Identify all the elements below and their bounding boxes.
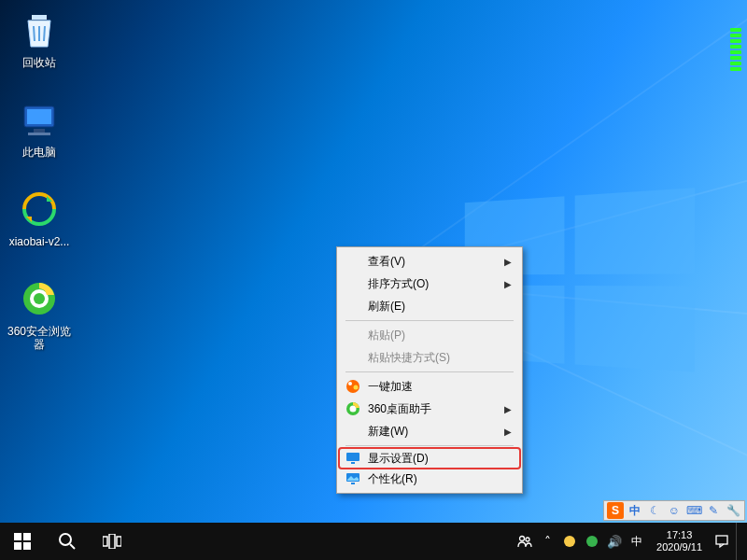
ctx-refresh[interactable]: 刷新(E) (340, 295, 519, 317)
desktop-icon-360-browser[interactable]: 360安全浏览器 (4, 276, 75, 352)
svg-rect-22 (23, 542, 31, 550)
desktop-icon-label: 360安全浏览器 (4, 325, 75, 352)
svg-rect-20 (23, 533, 31, 540)
system-tray: ˄ 🔊 中 17:13 2020/9/11 (516, 523, 747, 560)
svg-rect-2 (27, 109, 51, 124)
sogou-logo-icon[interactable]: S (607, 502, 624, 519)
search-button[interactable] (45, 523, 90, 560)
chevron-right-icon: ▶ (504, 257, 512, 267)
ime-bar[interactable]: S 中 ☾ ☺ ⌨ ✎ 🔧 (603, 500, 745, 521)
desktop-icon-this-pc[interactable]: 此电脑 (4, 97, 75, 159)
svg-rect-15 (346, 453, 359, 461)
download-icon (17, 187, 62, 231)
tray-ime-indicator[interactable]: 中 (628, 533, 645, 550)
tray-status-yellow-icon[interactable] (561, 533, 578, 550)
rocket-icon (344, 377, 362, 396)
svg-rect-27 (117, 537, 121, 546)
desktop-icon-label: xiaobai-v2... (4, 235, 75, 248)
ime-lang-button[interactable]: 中 (627, 502, 643, 519)
svg-rect-3 (34, 129, 45, 133)
ctx-new[interactable]: 新建(W)▶ (340, 420, 519, 442)
tray-date: 2020/9/11 (656, 541, 702, 553)
ime-moon-icon[interactable]: ☾ (646, 502, 663, 519)
svg-point-23 (60, 534, 71, 545)
svg-point-29 (526, 538, 529, 541)
search-icon (58, 532, 77, 551)
desktop-icon-xiaobai[interactable]: xiaobai-v2... (4, 187, 75, 248)
svg-point-14 (350, 406, 357, 413)
360-browser-icon (17, 276, 62, 321)
ctx-personalize[interactable]: 个性化(R) (340, 468, 519, 490)
tray-chevron-up-icon[interactable]: ˄ (539, 533, 556, 550)
svg-rect-0 (32, 15, 47, 20)
pc-icon (17, 97, 62, 142)
recycle-bin-icon (17, 7, 62, 52)
desktop-icon-label: 回收站 (4, 56, 75, 69)
chevron-right-icon: ▶ (504, 427, 512, 437)
ctx-paste: 粘贴(P) (340, 324, 519, 346)
ctx-label: 查看(V) (368, 254, 405, 270)
desktop-context-menu: 查看(V)▶ 排序方式(O)▶ 刷新(E) 粘贴(P) 粘贴快捷方式(S) 一键… (336, 246, 523, 494)
svg-point-28 (520, 537, 525, 541)
svg-point-12 (354, 385, 359, 390)
ime-pen-icon[interactable]: ✎ (705, 502, 722, 519)
svg-rect-16 (351, 462, 355, 464)
ime-keyboard-icon[interactable]: ⌨ (685, 502, 702, 519)
chevron-right-icon: ▶ (504, 404, 512, 414)
svg-rect-4 (28, 133, 50, 135)
personalize-icon (344, 469, 362, 488)
ctx-label: 个性化(R) (368, 471, 417, 487)
windows-logo-icon (14, 533, 31, 550)
ctx-label: 刷新(E) (368, 299, 405, 315)
desktop[interactable]: 回收站 此电脑 xiaobai-v2... 360安全浏览器 查看(V)▶ 排序… (0, 0, 747, 560)
ctx-360-helper[interactable]: 360桌面助手▶ (340, 398, 519, 420)
desktop-icon-label: 此电脑 (4, 146, 75, 159)
task-view-button[interactable] (90, 523, 134, 560)
svg-rect-30 (716, 536, 727, 544)
task-view-icon (103, 534, 121, 549)
start-button[interactable] (0, 523, 45, 560)
ctx-label: 排序方式(O) (368, 276, 429, 292)
svg-rect-25 (103, 537, 107, 546)
svg-rect-26 (109, 534, 115, 549)
ctx-speedup[interactable]: 一键加速 (340, 375, 519, 398)
ctx-sort[interactable]: 排序方式(O)▶ (340, 273, 519, 295)
volume-meter-gadget (730, 24, 741, 71)
ctx-label: 粘贴(P) (368, 328, 405, 343)
tray-people-icon[interactable] (516, 533, 533, 550)
tray-sound-icon[interactable]: 🔊 (606, 533, 623, 550)
ime-emoji-icon[interactable]: ☺ (666, 502, 683, 519)
desktop-icon-recycle-bin[interactable]: 回收站 (4, 7, 75, 69)
tray-status-green-icon[interactable] (584, 533, 600, 550)
svg-rect-19 (14, 533, 21, 540)
tray-clock[interactable]: 17:13 2020/9/11 (651, 529, 708, 553)
display-icon (344, 449, 362, 468)
tray-action-center-icon[interactable] (713, 533, 730, 550)
taskbar: ˄ 🔊 中 17:13 2020/9/11 (0, 523, 747, 560)
svg-line-24 (70, 544, 75, 549)
ctx-paste-shortcut: 粘贴快捷方式(S) (340, 346, 519, 369)
chevron-right-icon: ▶ (504, 279, 512, 289)
ime-wrench-icon[interactable]: 🔧 (725, 502, 741, 519)
ctx-label: 显示设置(D) (368, 451, 429, 467)
ctx-separator (345, 320, 514, 321)
ctx-label: 一键加速 (368, 379, 413, 395)
svg-point-9 (34, 293, 45, 304)
ctx-label: 新建(W) (368, 424, 408, 440)
svg-rect-21 (14, 542, 21, 550)
ctx-separator (345, 371, 514, 372)
svg-point-11 (348, 382, 352, 385)
ctx-view[interactable]: 查看(V)▶ (340, 250, 519, 273)
svg-rect-18 (351, 483, 355, 484)
ctx-label: 360桌面助手 (368, 401, 431, 417)
ctx-display-settings[interactable]: 显示设置(D) (338, 447, 521, 469)
360-icon (344, 399, 362, 418)
ctx-separator (345, 445, 514, 446)
ctx-label: 粘贴快捷方式(S) (368, 350, 450, 366)
tray-time: 17:13 (656, 529, 702, 541)
show-desktop-button[interactable] (736, 523, 741, 560)
